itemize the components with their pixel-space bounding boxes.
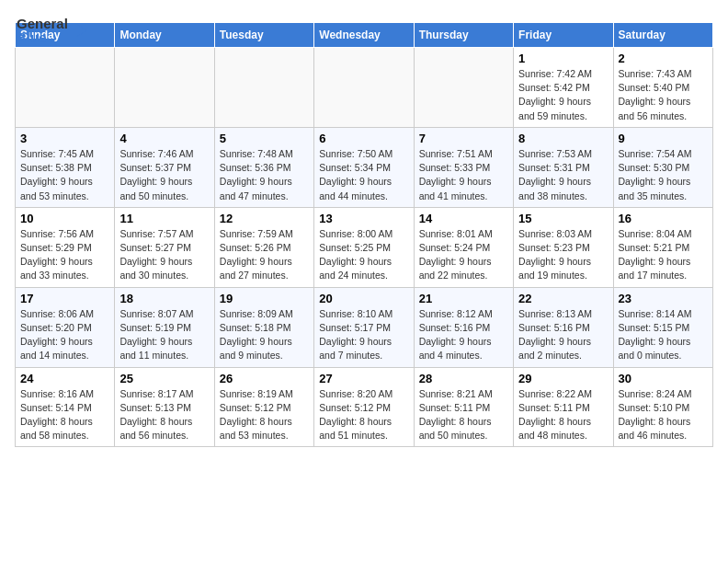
day-info: Sunrise: 7:45 AM Sunset: 5:38 PM Dayligh… xyxy=(20,147,109,203)
day-info: Sunrise: 7:46 AM Sunset: 5:37 PM Dayligh… xyxy=(119,147,209,203)
day-number: 21 xyxy=(419,292,508,305)
day-number: 25 xyxy=(119,372,209,385)
calendar-cell: 13Sunrise: 8:00 AM Sunset: 5:25 PM Dayli… xyxy=(314,207,414,287)
day-number: 1 xyxy=(518,52,608,65)
calendar-cell: 1Sunrise: 7:42 AM Sunset: 5:42 PM Daylig… xyxy=(514,48,613,128)
day-number: 15 xyxy=(518,212,608,225)
day-number: 30 xyxy=(619,372,708,385)
day-number: 28 xyxy=(419,372,508,385)
day-info: Sunrise: 7:51 AM Sunset: 5:33 PM Dayligh… xyxy=(419,147,508,203)
day-number: 20 xyxy=(319,292,408,305)
calendar-cell: 27Sunrise: 8:20 AM Sunset: 5:12 PM Dayli… xyxy=(314,367,414,447)
calendar-cell: 23Sunrise: 8:14 AM Sunset: 5:15 PM Dayli… xyxy=(613,287,712,367)
calendar-week-5: 24Sunrise: 8:16 AM Sunset: 5:14 PM Dayli… xyxy=(16,367,713,447)
day-number: 29 xyxy=(518,372,608,385)
weekday-header-friday: Friday xyxy=(514,23,613,48)
day-info: Sunrise: 7:57 AM Sunset: 5:27 PM Dayligh… xyxy=(119,227,209,283)
day-info: Sunrise: 8:06 AM Sunset: 5:20 PM Dayligh… xyxy=(20,307,109,363)
calendar-cell: 11Sunrise: 7:57 AM Sunset: 5:27 PM Dayli… xyxy=(115,207,214,287)
day-info: Sunrise: 8:10 AM Sunset: 5:17 PM Dayligh… xyxy=(319,307,408,363)
day-info: Sunrise: 8:19 AM Sunset: 5:12 PM Dayligh… xyxy=(220,387,309,443)
calendar-cell: 7Sunrise: 7:51 AM Sunset: 5:33 PM Daylig… xyxy=(414,127,513,207)
day-number: 8 xyxy=(518,132,608,145)
day-number: 18 xyxy=(119,292,209,305)
day-number: 5 xyxy=(220,132,309,145)
calendar-cell: 16Sunrise: 8:04 AM Sunset: 5:21 PM Dayli… xyxy=(613,207,712,287)
day-info: Sunrise: 7:42 AM Sunset: 5:42 PM Dayligh… xyxy=(518,67,608,123)
weekday-header-row: SundayMondayTuesdayWednesdayThursdayFrid… xyxy=(16,23,713,48)
calendar-cell xyxy=(16,48,115,128)
calendar-cell: 5Sunrise: 7:48 AM Sunset: 5:36 PM Daylig… xyxy=(214,127,313,207)
logo-full: General Blue xyxy=(17,17,91,44)
calendar-cell: 4Sunrise: 7:46 AM Sunset: 5:37 PM Daylig… xyxy=(115,127,214,207)
calendar-cell: 2Sunrise: 7:43 AM Sunset: 5:40 PM Daylig… xyxy=(613,48,712,128)
day-number: 2 xyxy=(619,52,708,65)
weekday-header-wednesday: Wednesday xyxy=(314,23,414,48)
day-number: 16 xyxy=(619,212,708,225)
calendar-cell: 20Sunrise: 8:10 AM Sunset: 5:17 PM Dayli… xyxy=(314,287,414,367)
day-info: Sunrise: 8:22 AM Sunset: 5:11 PM Dayligh… xyxy=(518,387,608,443)
weekday-header-saturday: Saturday xyxy=(613,23,712,48)
day-info: Sunrise: 8:03 AM Sunset: 5:23 PM Dayligh… xyxy=(518,227,608,283)
calendar-cell: 30Sunrise: 8:24 AM Sunset: 5:10 PM Dayli… xyxy=(613,367,712,447)
calendar-cell: 21Sunrise: 8:12 AM Sunset: 5:16 PM Dayli… xyxy=(414,287,513,367)
calendar-cell: 14Sunrise: 8:01 AM Sunset: 5:24 PM Dayli… xyxy=(414,207,513,287)
calendar-cell: 10Sunrise: 7:56 AM Sunset: 5:29 PM Dayli… xyxy=(16,207,115,287)
day-info: Sunrise: 8:17 AM Sunset: 5:13 PM Dayligh… xyxy=(119,387,209,443)
logo-blue-text: Blue xyxy=(17,30,68,44)
day-info: Sunrise: 8:14 AM Sunset: 5:15 PM Dayligh… xyxy=(619,307,708,363)
day-number: 3 xyxy=(20,132,109,145)
day-number: 11 xyxy=(119,212,209,225)
day-number: 12 xyxy=(220,212,309,225)
calendar-cell xyxy=(314,48,414,128)
calendar-cell: 26Sunrise: 8:19 AM Sunset: 5:12 PM Dayli… xyxy=(214,367,313,447)
day-number: 19 xyxy=(220,292,309,305)
day-info: Sunrise: 8:20 AM Sunset: 5:12 PM Dayligh… xyxy=(319,387,408,443)
calendar-cell: 28Sunrise: 8:21 AM Sunset: 5:11 PM Dayli… xyxy=(414,367,513,447)
calendar-header: SundayMondayTuesdayWednesdayThursdayFrid… xyxy=(16,23,713,48)
calendar-cell: 24Sunrise: 8:16 AM Sunset: 5:14 PM Dayli… xyxy=(16,367,115,447)
day-info: Sunrise: 8:16 AM Sunset: 5:14 PM Dayligh… xyxy=(20,387,109,443)
day-info: Sunrise: 7:53 AM Sunset: 5:31 PM Dayligh… xyxy=(518,147,608,203)
weekday-header-thursday: Thursday xyxy=(414,23,513,48)
calendar-week-3: 10Sunrise: 7:56 AM Sunset: 5:29 PM Dayli… xyxy=(16,207,713,287)
day-number: 22 xyxy=(518,292,608,305)
logo-arrow-icon xyxy=(71,20,91,40)
day-number: 4 xyxy=(119,132,209,145)
day-info: Sunrise: 8:04 AM Sunset: 5:21 PM Dayligh… xyxy=(619,227,708,283)
day-info: Sunrise: 8:01 AM Sunset: 5:24 PM Dayligh… xyxy=(419,227,508,283)
calendar-cell: 12Sunrise: 7:59 AM Sunset: 5:26 PM Dayli… xyxy=(214,207,313,287)
day-number: 17 xyxy=(20,292,109,305)
day-info: Sunrise: 7:59 AM Sunset: 5:26 PM Dayligh… xyxy=(220,227,309,283)
day-info: Sunrise: 8:09 AM Sunset: 5:18 PM Dayligh… xyxy=(220,307,309,363)
calendar-cell xyxy=(414,48,513,128)
calendar-week-4: 17Sunrise: 8:06 AM Sunset: 5:20 PM Dayli… xyxy=(16,287,713,367)
calendar-table: SundayMondayTuesdayWednesdayThursdayFrid… xyxy=(15,22,713,447)
day-info: Sunrise: 7:54 AM Sunset: 5:30 PM Dayligh… xyxy=(619,147,708,203)
calendar-cell: 8Sunrise: 7:53 AM Sunset: 5:31 PM Daylig… xyxy=(514,127,613,207)
logo-general-text: General xyxy=(17,17,68,30)
day-number: 14 xyxy=(419,212,508,225)
day-number: 10 xyxy=(20,212,109,225)
day-number: 7 xyxy=(419,132,508,145)
calendar-cell xyxy=(115,48,214,128)
calendar-cell: 18Sunrise: 8:07 AM Sunset: 5:19 PM Dayli… xyxy=(115,287,214,367)
day-number: 13 xyxy=(319,212,408,225)
day-number: 26 xyxy=(220,372,309,385)
calendar-week-2: 3Sunrise: 7:45 AM Sunset: 5:38 PM Daylig… xyxy=(16,127,713,207)
calendar-cell: 25Sunrise: 8:17 AM Sunset: 5:13 PM Dayli… xyxy=(115,367,214,447)
weekday-header-monday: Monday xyxy=(115,23,214,48)
day-info: Sunrise: 8:13 AM Sunset: 5:16 PM Dayligh… xyxy=(518,307,608,363)
day-info: Sunrise: 8:12 AM Sunset: 5:16 PM Dayligh… xyxy=(419,307,508,363)
day-info: Sunrise: 8:24 AM Sunset: 5:10 PM Dayligh… xyxy=(619,387,708,443)
day-number: 6 xyxy=(319,132,408,145)
day-info: Sunrise: 7:50 AM Sunset: 5:34 PM Dayligh… xyxy=(319,147,408,203)
calendar-cell: 3Sunrise: 7:45 AM Sunset: 5:38 PM Daylig… xyxy=(16,127,115,207)
weekday-header-tuesday: Tuesday xyxy=(214,23,313,48)
calendar-cell: 9Sunrise: 7:54 AM Sunset: 5:30 PM Daylig… xyxy=(613,127,712,207)
calendar-cell: 15Sunrise: 8:03 AM Sunset: 5:23 PM Dayli… xyxy=(514,207,613,287)
day-info: Sunrise: 8:21 AM Sunset: 5:11 PM Dayligh… xyxy=(419,387,508,443)
calendar-cell xyxy=(214,48,313,128)
calendar-cell: 17Sunrise: 8:06 AM Sunset: 5:20 PM Dayli… xyxy=(16,287,115,367)
calendar-cell: 22Sunrise: 8:13 AM Sunset: 5:16 PM Dayli… xyxy=(514,287,613,367)
